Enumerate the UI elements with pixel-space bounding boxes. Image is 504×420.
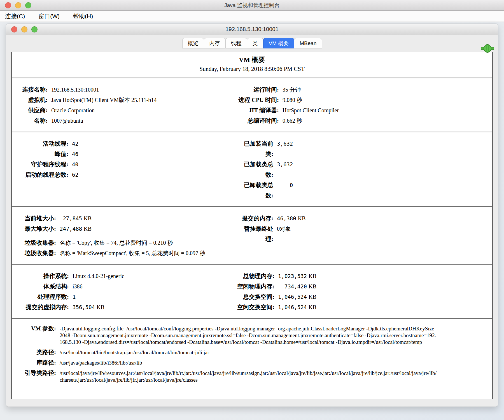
frame-window-controls — [11, 26, 38, 32]
section-connection: 连接名称: 192.168.5.130:10001 虚拟机: Java HotS… — [12, 78, 492, 132]
field-value: Linux 4.4.0-21-generic — [73, 271, 124, 281]
field-value: 1,046,524 — [278, 292, 307, 302]
field-value: 0对象 — [277, 224, 291, 234]
field-value: 46,380 — [277, 213, 296, 224]
connection-plug-icon[interactable] — [481, 44, 494, 53]
app-titlebar[interactable]: Java 监视和管理控制台 — [0, 0, 504, 11]
info-row: 名称: 1007@ubuntu — [16, 116, 237, 126]
field-unit: KB — [84, 215, 92, 221]
connection-title: 192.168.5.130:10001 — [225, 26, 278, 32]
info-row: 供应商: Oracle Corporation — [16, 105, 237, 116]
frame-close-button[interactable] — [11, 26, 17, 32]
tab-overview[interactable]: 概览 — [182, 38, 204, 48]
info-row: 暂挂最终处理: 0对象 — [237, 224, 492, 244]
frame-zoom-button[interactable] — [31, 26, 38, 32]
field-value: /usr/local/tomcat/bin/bootstrap.jar:/usr… — [60, 349, 209, 356]
field-label: 库路径: — [16, 359, 56, 366]
field-value: 356,504 — [73, 302, 95, 312]
field-unit: KB — [298, 215, 306, 221]
tab-classes[interactable]: 类 — [247, 38, 263, 48]
section-vm-args-paths: VM 参数: -Djava.util.logging.config.file=/… — [12, 319, 492, 392]
field-label: 已加载类总数: — [237, 159, 273, 180]
tab-bar: 概览 内存 线程 类 VM 概要 MBean — [6, 35, 498, 48]
field-label: 空闲交换空间: — [237, 302, 274, 312]
field-value: 192.168.5.130:10001 — [51, 85, 99, 95]
field-label: 运行时间: — [237, 85, 279, 95]
info-row: 连接名称: 192.168.5.130:10001 — [16, 85, 237, 95]
section-threads-classes: 活动线程: 42 峰值: 46 守护程序线程: 40 启动的线程总数: — [12, 132, 492, 206]
tab-vm-summary[interactable]: VM 概要 — [263, 38, 295, 48]
field-value: Oracle Corporation — [51, 105, 95, 116]
info-row: 提交的虚拟内存: 356,504KB — [16, 302, 237, 312]
field-value: 3,632 — [277, 139, 293, 149]
close-button[interactable] — [5, 2, 11, 8]
tab-threads[interactable]: 线程 — [225, 38, 247, 48]
menu-connection[interactable]: 连接(C) — [5, 12, 25, 20]
info-row: 运行时间: 35 分钟 — [237, 85, 492, 95]
field-label: 活动线程: — [16, 139, 68, 149]
field-label: 当前堆大小: — [16, 213, 56, 224]
info-row: 处理程序数: 1 — [16, 292, 237, 302]
info-row: 总物理内存: 1,023,532KB — [237, 271, 492, 281]
tab-memory[interactable]: 内存 — [204, 38, 226, 48]
section-heap-gc: 当前堆大小: 27,845KB 最大堆大小: 247,488KB 垃圾收集器: … — [12, 207, 492, 264]
field-label: 守护程序线程: — [16, 159, 68, 170]
field-label: 提交的内存: — [237, 213, 273, 224]
field-value: 247,488 — [60, 224, 82, 234]
menu-help[interactable]: 帮助(H) — [73, 12, 93, 20]
field-label: 提交的虚拟内存: — [16, 302, 69, 312]
info-row: 引导类路径: /usr/local/java/jre/lib/resources… — [16, 370, 492, 383]
field-label: 处理程序数: — [16, 292, 69, 302]
menu-window[interactable]: 窗口(W) — [38, 12, 60, 20]
info-row: VM 参数: -Djava.util.logging.config.file=/… — [16, 325, 492, 346]
field-label: 总编译时间: — [237, 116, 279, 126]
field-unit: KB — [309, 273, 316, 279]
field-unit: KB — [309, 294, 316, 300]
connection-window: 192.168.5.130:10001 概览 内存 线程 类 VM 概要 MBe… — [6, 24, 498, 407]
field-value: 62 — [72, 170, 78, 180]
info-row: 最大堆大小: 247,488KB — [16, 224, 237, 234]
field-label: VM 参数: — [16, 325, 56, 332]
vm-summary-panel: VM 概要 Sunday, February 18, 2018 8:50:06 … — [11, 52, 493, 399]
app-workspace: 192.168.5.130:10001 概览 内存 线程 类 VM 概要 MBe… — [0, 22, 504, 420]
field-value: 1 — [73, 292, 76, 302]
field-value: 0.662 秒 — [283, 116, 302, 126]
frame-minimize-button[interactable] — [21, 26, 27, 32]
info-row: 守护程序线程: 40 — [16, 159, 237, 170]
menu-bar: 连接(C) 窗口(W) 帮助(H) — [0, 11, 504, 22]
vm-summary-timestamp: Sunday, February 18, 2018 8:50:06 PM CST — [12, 66, 492, 73]
info-row: 提交的内存: 46,380KB — [237, 213, 492, 224]
field-label: 启动的线程总数: — [16, 170, 68, 180]
field-label: JIT 编译器: — [237, 105, 279, 116]
field-value: 名称 = 'Copy', 收集 = 74, 总花费时间 = 0.210 秒 — [60, 238, 173, 248]
field-label: 垃圾收集器: — [16, 238, 56, 248]
info-row: 库路径: /usr/java/packages/lib/i386:/lib:/u… — [16, 359, 492, 366]
info-row: 活动线程: 42 — [16, 139, 237, 149]
field-label: 已卸载类总数: — [237, 180, 273, 201]
field-unit: KB — [84, 226, 92, 232]
field-value: 734,420 — [278, 281, 307, 292]
field-label: 进程 CPU 时间: — [237, 95, 279, 105]
field-value: 1,046,524 — [278, 302, 307, 312]
field-unit: KB — [309, 283, 316, 290]
info-row: 总交换空间: 1,046,524KB — [237, 292, 492, 302]
info-row: 操作系统: Linux 4.4.0-21-generic — [16, 271, 237, 281]
field-label: 最大堆大小: — [16, 224, 56, 234]
field-label: 供应商: — [16, 105, 48, 116]
zoom-button[interactable] — [25, 2, 31, 8]
info-row: 启动的线程总数: 62 — [16, 170, 237, 180]
field-value: Java HotSpot(TM) Client VM版本 25.111-b14 — [51, 95, 157, 105]
field-value: 名称 = 'MarkSweepCompact', 收集 = 5, 总花费时间 =… — [60, 248, 205, 258]
field-label: 操作系统: — [16, 271, 69, 281]
vm-summary-title: VM 概要 — [12, 55, 492, 64]
minimize-button[interactable] — [15, 2, 21, 8]
info-row: 体系结构: i386 — [16, 281, 237, 292]
field-label: 名称: — [16, 116, 48, 126]
field-label: 类路径: — [16, 349, 56, 356]
field-value: 9.080 秒 — [283, 95, 302, 105]
connection-window-titlebar[interactable]: 192.168.5.130:10001 — [6, 24, 498, 35]
info-row: 垃圾收集器: 名称 = 'Copy', 收集 = 74, 总花费时间 = 0.2… — [16, 238, 237, 248]
info-row: 进程 CPU 时间: 9.080 秒 — [237, 95, 492, 105]
tab-mbean[interactable]: MBean — [294, 38, 322, 48]
field-label: 引导类路径: — [16, 370, 56, 376]
